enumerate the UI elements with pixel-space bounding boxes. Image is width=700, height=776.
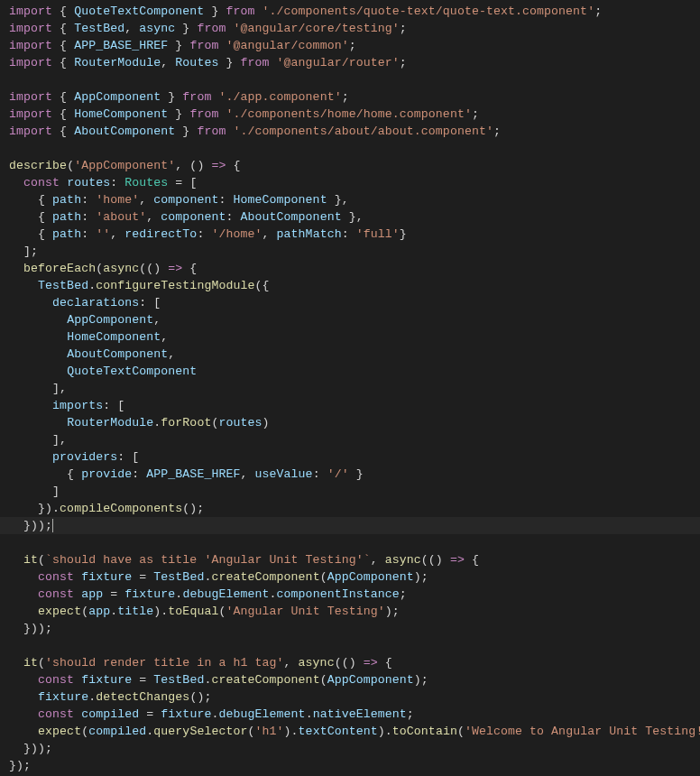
token-punc: ;: [349, 39, 356, 52]
code-line: AppComponent,: [9, 313, 161, 327]
code-line: import { AboutComponent } from './compon…: [9, 125, 501, 138]
code-line: }));: [9, 622, 52, 635]
code-line: ],: [9, 433, 67, 447]
token-punc: :: [197, 227, 211, 241]
text-cursor-icon: [52, 519, 53, 532]
token-punc: }: [175, 125, 197, 138]
token-punc: ();: [189, 690, 211, 704]
token-id: fixture: [38, 690, 88, 704]
token-str: 'home': [96, 193, 139, 207]
token-kw: import: [9, 56, 52, 69]
token-kw: const: [38, 673, 74, 687]
token-id: TestBed: [74, 22, 124, 35]
token-punc: [9, 279, 38, 292]
token-flow: from: [197, 22, 226, 35]
token-func: detectChanges: [96, 690, 189, 704]
token-punc: ((): [139, 262, 168, 275]
token-func: expect: [38, 605, 81, 618]
token-func: configureTestingModule: [96, 279, 254, 292]
token-punc: ;: [400, 56, 407, 69]
token-kw: import: [9, 90, 52, 104]
token-punc: (: [38, 553, 45, 567]
code-line: }));: [9, 742, 52, 755]
token-func: createComponent: [211, 570, 319, 584]
token-kw: =>: [364, 656, 378, 670]
code-line: { path: '', redirectTo: '/home', pathMat…: [9, 227, 407, 241]
token-str: 'AppComponent': [74, 159, 175, 172]
token-prop: declarations: [52, 296, 139, 309]
token-punc: [9, 690, 38, 704]
token-punc: :: [226, 210, 240, 224]
token-punc: ;: [400, 587, 407, 601]
token-prop: imports: [52, 399, 103, 412]
token-punc: {: [465, 553, 479, 567]
token-str: './components/home/home.component': [226, 107, 471, 121]
token-punc: [255, 5, 262, 18]
token-func: querySelector: [153, 725, 247, 738]
token-punc: {: [52, 5, 74, 18]
code-line: describe('AppComponent', () => {: [9, 159, 240, 172]
token-punc: ,: [124, 22, 139, 35]
token-kw: const: [23, 176, 60, 189]
token-kw: const: [38, 587, 74, 601]
token-str: 'should render title in a h1 tag': [45, 656, 283, 670]
code-line: [9, 142, 16, 155]
token-punc: ,: [371, 553, 385, 567]
token-id: TestBed: [153, 673, 204, 687]
code-line: const routes: Routes = [: [9, 176, 197, 189]
token-prop: component: [161, 210, 226, 224]
token-punc: }: [204, 5, 226, 18]
code-line: import { HomeComponent } from './compone…: [9, 107, 479, 121]
token-str: '@angular/common': [226, 39, 348, 52]
token-punc: [9, 553, 23, 567]
token-prop: component: [153, 193, 218, 207]
token-punc: }: [349, 467, 364, 481]
token-id: routes: [67, 176, 110, 189]
token-id: QuoteTextComponent: [67, 365, 197, 378]
token-punc: }));: [9, 742, 52, 755]
token-punc: ;: [472, 107, 479, 121]
token-punc: (: [67, 159, 74, 172]
token-punc: {: [52, 22, 74, 35]
token-id: RouterModule: [67, 416, 153, 430]
token-punc: }: [168, 39, 189, 52]
token-punc: [9, 399, 52, 412]
token-punc: [60, 176, 67, 189]
token-func: it: [23, 656, 38, 670]
token-punc: : [: [103, 399, 124, 412]
token-id: async: [139, 22, 175, 35]
token-punc: ();: [182, 502, 204, 515]
token-punc: :: [81, 193, 96, 207]
token-punc: (: [320, 673, 327, 687]
token-id: fixture: [124, 587, 175, 601]
token-id: AppComponent: [327, 673, 414, 687]
token-punc: ).: [378, 725, 392, 738]
token-punc: }: [168, 107, 189, 121]
token-punc: [9, 262, 23, 275]
token-punc: [9, 347, 67, 361]
token-id: APP_BASE_HREF: [146, 467, 240, 481]
code-line: expect(app.title).toEqual('Angular Unit …: [9, 605, 400, 618]
token-punc: [9, 330, 67, 344]
token-flow: from: [189, 39, 218, 52]
token-punc: [9, 313, 67, 327]
token-punc: ]: [9, 485, 60, 498]
token-id: fixture: [81, 570, 132, 584]
token-punc: [9, 707, 38, 721]
token-punc: ],: [9, 433, 67, 447]
token-str: './app.component': [218, 90, 341, 104]
code-line: providers: [: [9, 450, 139, 464]
token-punc: {: [9, 210, 52, 224]
token-punc: .: [88, 279, 96, 292]
token-punc: :: [110, 176, 124, 189]
token-punc: (: [38, 656, 45, 670]
code-line: ];: [9, 245, 38, 258]
code-editor[interactable]: import { QuoteTextComponent } from './co…: [0, 0, 700, 776]
token-punc: ],: [9, 382, 67, 395]
token-punc: (: [320, 570, 327, 584]
token-punc: ];: [9, 245, 38, 258]
token-punc: =: [139, 707, 161, 721]
token-id: app: [81, 587, 103, 601]
code-line: beforeEach(async(() => {: [9, 262, 197, 275]
token-punc: , (): [175, 159, 211, 172]
